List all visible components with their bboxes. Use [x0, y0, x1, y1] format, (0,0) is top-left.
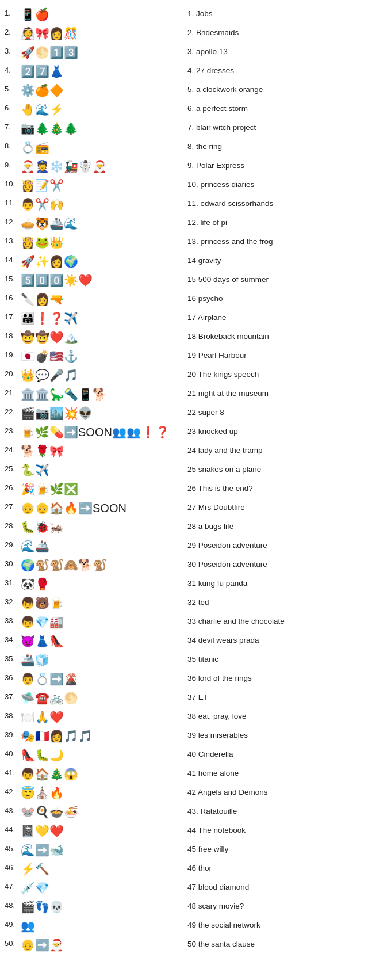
answer-text: 6. a perfect storm [187, 102, 248, 115]
item-number: 21. [5, 386, 21, 398]
answer-item: 50 the santa clause [187, 936, 363, 955]
list-item: 13.👸🐸👑 [5, 234, 178, 252]
answer-text: 34 devil wears prada [187, 634, 259, 647]
item-number: 44. [5, 822, 21, 835]
answer-item: 30 Poseidon adventure [187, 556, 363, 575]
item-number: 48. [5, 898, 21, 911]
item-number: 32. [5, 594, 21, 607]
item-number: 36. [5, 670, 21, 683]
answer-item: 42 Angels and Demons [187, 784, 363, 803]
item-emoji: 📷🌲🎄🌲 [21, 120, 178, 136]
answer-item: 48 scary movie? [187, 898, 363, 917]
answer-item: 46 thor [187, 860, 363, 879]
answer-text: 15 500 days of summer [187, 273, 269, 286]
answer-item: 36 lord of the rings [187, 670, 363, 689]
item-number: 31. [5, 575, 21, 588]
item-emoji: 🎬📷🏙️💥👽 [21, 405, 178, 421]
list-item: 21.🏛️🏛️🦕🔦📱🐕 [5, 386, 178, 404]
item-number: 49. [5, 917, 21, 930]
item-emoji: 🌍🐒🐒🙈🐕🐒 [21, 556, 178, 573]
item-emoji: 🔪👩🔫 [21, 291, 178, 307]
list-item: 33.👦💎🏭 [5, 613, 178, 632]
item-emoji: 🤠🤠❤️🏔️ [21, 329, 178, 345]
answer-item: 11. edward scissorhands [187, 196, 363, 214]
list-item: 31.🐼🥊 [5, 575, 178, 594]
answer-text: 37 ET [187, 691, 208, 704]
list-item: 20.👑💬🎤🎵 [5, 367, 178, 385]
list-item: 7.📷🌲🎄🌲 [5, 120, 178, 138]
list-item: 11.👨✂️🙌 [5, 196, 178, 214]
item-emoji: 👨💍➡️🌋 [21, 670, 178, 687]
answer-item: 28 a bugs life [187, 518, 363, 537]
answer-text: 12. life of pi [187, 216, 227, 229]
item-number: 8. [5, 139, 21, 151]
answer-item: 37 ET [187, 689, 363, 708]
item-number: 11. [5, 196, 21, 208]
answer-text: 7. blair witch project [187, 121, 256, 134]
answer-text: 3. apollo 13 [187, 45, 228, 58]
list-item: 44.📓💛❤️ [5, 822, 178, 841]
item-emoji: 🎅👮❄️🚂☃️🎅 [21, 158, 178, 174]
item-emoji: 👸📝✂️ [21, 177, 178, 193]
answer-item: 5. a clockwork orange [187, 82, 363, 100]
list-item: 30.🌍🐒🐒🙈🐕🐒 [5, 556, 178, 575]
item-emoji: 👨✂️🙌 [21, 196, 178, 212]
item-number: 5. [5, 82, 21, 94]
item-number: 47. [5, 879, 21, 892]
answer-item: 1. Jobs [187, 6, 363, 24]
answer-text: 21 night at the museum [187, 387, 269, 400]
answer-item: 16 psycho [187, 291, 363, 309]
answer-text: 36 lord of the rings [187, 672, 252, 685]
answer-text: 4. 27 dresses [187, 64, 234, 77]
item-emoji: 🐛🐞🦗 [21, 518, 178, 535]
answer-item: 43. Ratatouille [187, 803, 363, 822]
item-emoji: 🚢🧊 [21, 651, 178, 668]
answer-item: 29 Poseidon adventure [187, 537, 363, 556]
item-number: 29. [5, 537, 21, 550]
item-number: 39. [5, 727, 21, 740]
list-item: 49.👥 [5, 917, 178, 936]
answer-item: 47 blood diamond [187, 879, 363, 898]
list-item: 35.🚢🧊 [5, 651, 178, 670]
answer-text: 39 les miserables [187, 729, 248, 742]
answer-item: 2. Bridesmaids [187, 25, 363, 43]
answer-text: 22 super 8 [187, 406, 224, 419]
item-emoji: 👴👴🏠🔥➡️SOON [21, 499, 178, 516]
answer-item: 8. the ring [187, 139, 363, 157]
answer-item: 23 knocked up [187, 424, 363, 442]
item-number: 27. [5, 499, 21, 512]
list-item: 3.🚀🌕1️⃣3️⃣ [5, 44, 178, 62]
list-item: 6.🤚🌊⚡ [5, 101, 178, 119]
item-number: 6. [5, 101, 21, 113]
item-emoji: 👦🏠🎄😱 [21, 765, 178, 781]
item-number: 19. [5, 348, 21, 360]
item-emoji: 👴➡️🎅 [21, 936, 178, 952]
item-number: 15. [5, 272, 21, 284]
item-number: 43. [5, 803, 21, 816]
item-emoji: 😈👗👠 [21, 632, 178, 649]
item-number: 34. [5, 632, 21, 645]
answer-text: 40 Cinderella [187, 748, 233, 761]
answer-text: 20 The kings speech [187, 368, 259, 381]
answer-text: 8. the ring [187, 140, 222, 153]
item-emoji: 🐍✈️ [21, 462, 178, 478]
list-item: 19.🇯🇵💣🇺🇸⚓ [5, 348, 178, 366]
list-item: 50.👴➡️🎅 [5, 936, 178, 955]
list-item: 37.🛸☎️🚲🌕 [5, 689, 178, 708]
item-number: 40. [5, 746, 21, 759]
answer-item: 9. Polar Express [187, 158, 363, 176]
answer-item: 39 les miserables [187, 727, 363, 746]
list-item: 25.🐍✈️ [5, 462, 178, 480]
item-emoji: 👸🐸👑 [21, 234, 178, 250]
item-emoji: 👰🎀👩🎊 [21, 25, 178, 41]
list-item: 9.🎅👮❄️🚂☃️🎅 [5, 158, 178, 176]
answer-item: 19 Pearl Harbour [187, 348, 363, 366]
list-item: 29.🌊🚢 [5, 537, 178, 556]
item-number: 2. [5, 25, 21, 37]
main-container: 1.📱🍎2.👰🎀👩🎊3.🚀🌕1️⃣3️⃣4.2️⃣7️⃣👗5.⚙️🍊🔶6.🤚🌊⚡… [0, 0, 368, 961]
item-number: 3. [5, 44, 21, 56]
answer-text: 23 knocked up [187, 425, 238, 438]
item-emoji: 🌊➡️🐋 [21, 841, 178, 857]
list-item: 36.👨💍➡️🌋 [5, 670, 178, 689]
answer-text: 32 ted [187, 596, 209, 609]
